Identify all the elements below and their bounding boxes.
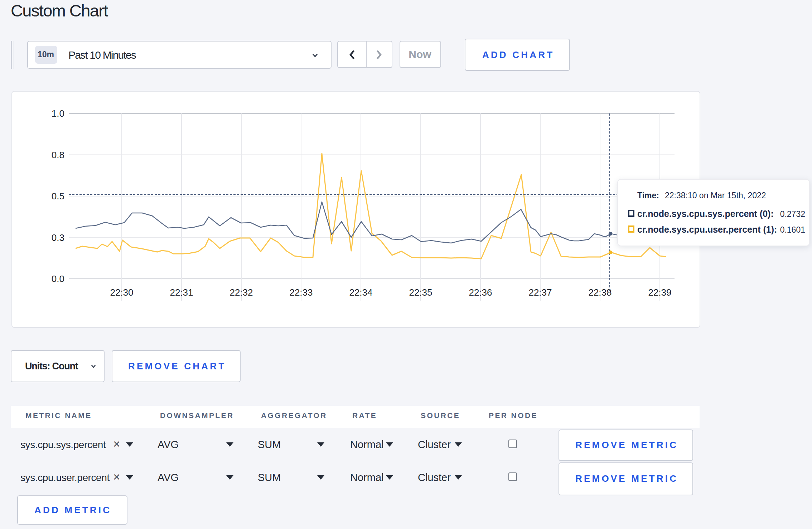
svg-text:22:30: 22:30 <box>110 287 133 297</box>
svg-text:0.0: 0.0 <box>52 273 64 284</box>
svg-text:22:31: 22:31 <box>170 287 193 297</box>
svg-text:22:39: 22:39 <box>648 287 671 297</box>
svg-text:22:36: 22:36 <box>469 287 492 297</box>
svg-text:22:34: 22:34 <box>349 287 372 297</box>
svg-text:0.8: 0.8 <box>52 149 64 160</box>
svg-text:22:33: 22:33 <box>289 287 313 297</box>
svg-text:1.0: 1.0 <box>52 108 64 118</box>
svg-text:0.3: 0.3 <box>52 232 64 243</box>
svg-text:22:32: 22:32 <box>229 287 253 297</box>
svg-text:22:35: 22:35 <box>409 287 432 297</box>
svg-text:22:38: 22:38 <box>588 287 612 297</box>
svg-text:0.5: 0.5 <box>52 190 64 201</box>
svg-text:22:37: 22:37 <box>528 287 552 297</box>
